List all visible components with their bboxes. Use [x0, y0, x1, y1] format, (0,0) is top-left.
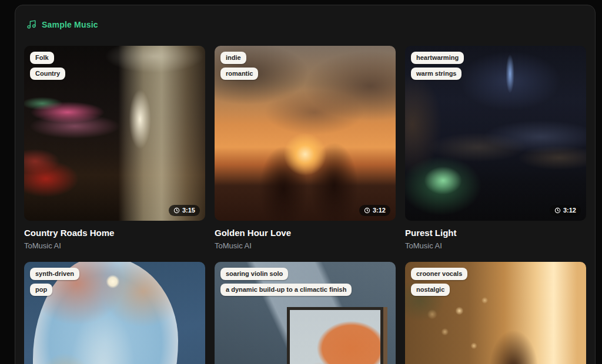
track-artist: ToMusic AI: [215, 241, 396, 250]
tag-pill: warm strings: [411, 68, 461, 80]
music-card[interactable]: FolkCountry 3:15 Country Roads Home ToMu…: [24, 46, 205, 250]
album-art: crooner vocalsnostalgic: [405, 262, 586, 364]
tag-pill: heartwarming: [411, 52, 464, 64]
music-card[interactable]: crooner vocalsnostalgic: [405, 262, 586, 364]
tag-list: indieromantic: [220, 52, 258, 80]
tag-pill: Folk: [30, 52, 54, 64]
tag-pill: crooner vocals: [411, 268, 467, 280]
clock-icon: [364, 207, 370, 214]
duration-label: 3:15: [182, 207, 195, 214]
track-artist: ToMusic AI: [24, 241, 205, 250]
tag-pill: synth-driven: [30, 268, 79, 280]
music-card[interactable]: synth-drivenpop: [24, 262, 205, 364]
music-note-icon: [26, 19, 36, 29]
album-art: synth-drivenpop: [24, 262, 205, 364]
duration-badge: 3:12: [550, 205, 581, 216]
track-artist: ToMusic AI: [405, 241, 586, 250]
album-art: soaring violin soloa dynamic build-up to…: [215, 262, 396, 364]
clock-icon: [173, 207, 180, 214]
tag-pill: Country: [30, 68, 65, 80]
tag-list: soaring violin soloa dynamic build-up to…: [220, 268, 352, 296]
track-title: Country Roads Home: [24, 228, 205, 238]
tag-pill: indie: [220, 52, 246, 64]
panel-header: Sample Music: [24, 19, 586, 29]
tag-list: FolkCountry: [30, 52, 65, 80]
track-title: Golden Hour Love: [215, 228, 396, 238]
tag-pill: nostalgic: [411, 284, 450, 296]
tag-pill: a dynamic build-up to a climactic finish: [220, 284, 352, 296]
album-art: FolkCountry 3:15: [24, 46, 205, 221]
tag-list: crooner vocalsnostalgic: [411, 268, 467, 296]
music-card[interactable]: soaring violin soloa dynamic build-up to…: [215, 262, 396, 364]
tag-pill: soaring violin solo: [220, 268, 288, 280]
music-grid: FolkCountry 3:15 Country Roads Home ToMu…: [24, 46, 586, 364]
album-art: indieromantic 3:12: [215, 46, 396, 221]
panel-title: Sample Music: [42, 20, 98, 29]
duration-label: 3:12: [373, 207, 386, 214]
tag-list: synth-drivenpop: [30, 268, 79, 296]
sample-music-panel: Sample Music FolkCountry 3:15 Country Ro…: [15, 5, 596, 364]
tag-list: heartwarmingwarm strings: [411, 52, 464, 80]
music-card[interactable]: indieromantic 3:12 Golden Hour Love ToMu…: [215, 46, 396, 250]
album-art: heartwarmingwarm strings 3:12: [405, 46, 586, 221]
music-card[interactable]: heartwarmingwarm strings 3:12 Purest Lig…: [405, 46, 586, 250]
duration-badge: 3:12: [359, 205, 390, 216]
clock-icon: [554, 207, 561, 214]
tag-pill: pop: [30, 284, 52, 296]
track-title: Purest Light: [405, 228, 586, 238]
duration-badge: 3:15: [169, 205, 200, 216]
tag-pill: romantic: [220, 68, 258, 80]
duration-label: 3:12: [563, 207, 576, 214]
